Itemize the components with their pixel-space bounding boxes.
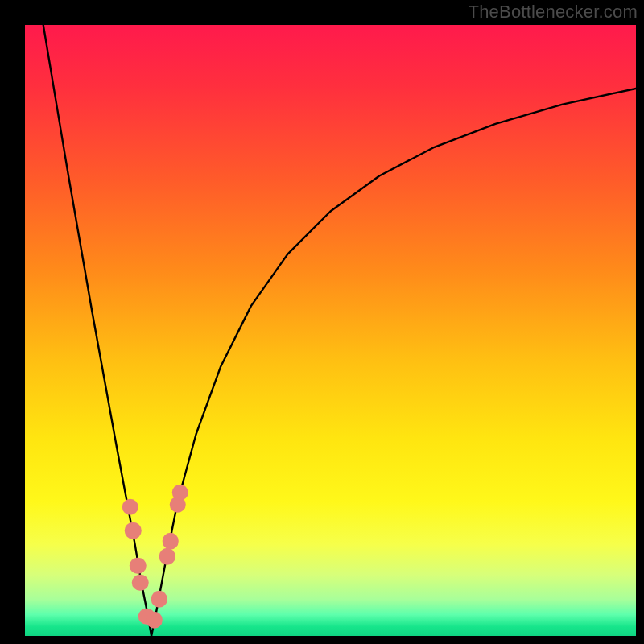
watermark-label: TheBottlenecker.com xyxy=(469,2,638,23)
data-marker xyxy=(162,533,178,549)
data-marker xyxy=(147,612,163,628)
chart-frame: TheBottlenecker.com xyxy=(0,0,644,644)
data-marker xyxy=(122,499,138,515)
data-marker xyxy=(151,591,167,607)
data-marker xyxy=(130,557,146,573)
data-marker xyxy=(132,575,148,591)
plot-area xyxy=(25,25,636,636)
data-marker xyxy=(159,548,175,564)
data-marker xyxy=(172,484,188,500)
data-marker xyxy=(125,522,141,539)
marker-layer xyxy=(25,25,636,636)
